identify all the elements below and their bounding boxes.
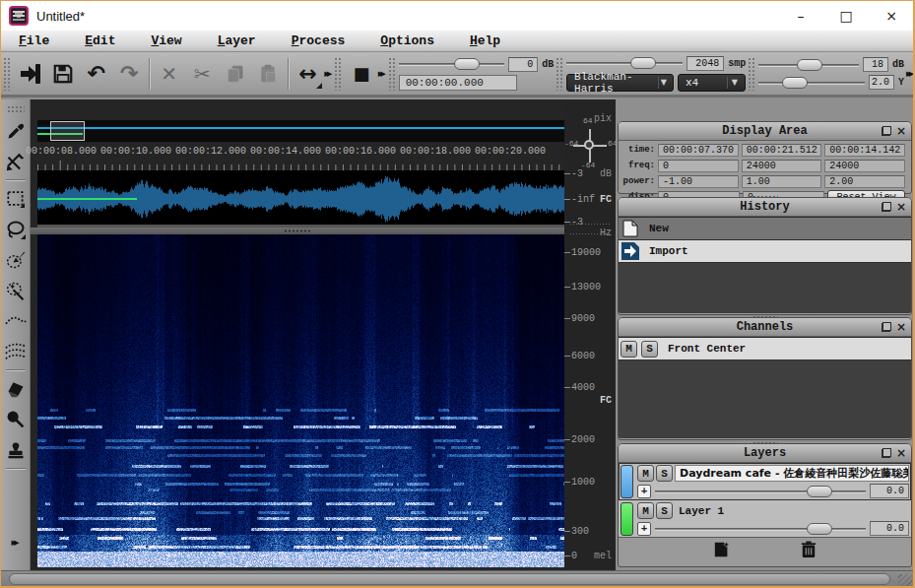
expand-layer-button[interactable]: + xyxy=(637,485,651,498)
undo-button[interactable]: ↶ xyxy=(80,57,113,91)
stamp-tool[interactable] xyxy=(3,434,29,465)
fft-size-slider[interactable] xyxy=(566,56,683,70)
mute-button[interactable]: M xyxy=(637,502,654,519)
overview-navigator[interactable] xyxy=(37,120,564,142)
menu-layer[interactable]: Layer xyxy=(200,31,274,51)
close-panel-icon[interactable]: × xyxy=(896,448,906,458)
eraser-tool[interactable] xyxy=(3,373,29,404)
mute-button[interactable]: M xyxy=(637,465,654,482)
expand-group-icon[interactable]: ▸▸ xyxy=(378,67,386,80)
freq-select-tool[interactable] xyxy=(3,305,29,336)
horizontal-scrollbar-thumb[interactable] xyxy=(9,573,890,585)
power-min-field[interactable]: -1.00 xyxy=(658,175,739,188)
move-select-tool[interactable] xyxy=(3,244,29,275)
eyedropper-tool[interactable] xyxy=(3,115,29,146)
time-end-field[interactable]: 00:00:21.512 xyxy=(742,144,822,157)
measure-tool[interactable] xyxy=(3,146,29,176)
toolbar-grip[interactable] xyxy=(388,57,397,91)
menu-edit[interactable]: Edit xyxy=(67,31,133,51)
lasso-select-tool[interactable] xyxy=(3,214,29,244)
solo-button[interactable]: S xyxy=(656,465,673,482)
layer-row-layer1[interactable]: M S Layer 1 + 0.0 xyxy=(619,500,911,538)
window-resize-grip[interactable] xyxy=(898,574,912,586)
menu-file[interactable]: File xyxy=(1,31,67,51)
rect-select-tool[interactable] xyxy=(3,183,29,214)
close-panel-icon[interactable]: × xyxy=(896,202,906,212)
channel-row-front-center[interactable]: M S Front Center xyxy=(619,338,911,360)
layer-name[interactable]: Daydream cafe - 佐倉綾音种田梨沙佐藤聡美内 xyxy=(675,465,909,482)
gamma-value[interactable]: 2.0 xyxy=(869,75,894,90)
timeline-ruler[interactable]: 00:00:08.000 00:00:10.000 00:00:12.000 0… xyxy=(37,143,564,160)
time-position-field[interactable]: 00:00:00.000 xyxy=(399,75,517,91)
layer-gain-value[interactable]: 0.0 xyxy=(870,484,909,498)
mute-button[interactable]: M xyxy=(621,341,637,358)
magic-wand-tool[interactable] xyxy=(3,275,29,305)
freq-end-field[interactable]: 24000 xyxy=(742,160,822,172)
layer-gain-slider[interactable] xyxy=(655,522,866,536)
toolbar-grip[interactable] xyxy=(556,57,564,91)
paste-button[interactable] xyxy=(251,57,285,91)
history-item-import[interactable]: Import xyxy=(619,240,911,263)
close-button[interactable]: × xyxy=(869,1,914,31)
minimize-button[interactable]: – xyxy=(778,1,823,31)
wave-spectro-splitter[interactable] xyxy=(31,228,564,234)
float-panel-icon[interactable] xyxy=(882,126,891,136)
oversample-select[interactable]: x4 ▼ xyxy=(678,74,746,92)
menu-view[interactable]: View xyxy=(133,31,199,51)
layer-name[interactable]: Layer 1 xyxy=(675,502,909,519)
toolbar-grip[interactable] xyxy=(3,57,12,91)
save-button[interactable] xyxy=(46,57,80,91)
copy-button[interactable] xyxy=(219,57,252,91)
delete-layer-button[interactable] xyxy=(801,541,817,563)
redo-button[interactable]: ↷ xyxy=(112,57,146,91)
stop-button[interactable]: ■ xyxy=(345,57,378,91)
menu-help[interactable]: Help xyxy=(452,31,518,51)
layer-gain-slider[interactable] xyxy=(655,485,866,498)
channels-header[interactable]: Channels × xyxy=(619,318,911,337)
more-tools-icon[interactable]: ▸▸ xyxy=(11,536,19,549)
solo-button[interactable]: S xyxy=(641,341,658,358)
history-header[interactable]: History × xyxy=(619,198,911,217)
solo-button[interactable]: S xyxy=(656,502,673,519)
time-span-field[interactable]: 00:00:14.142 xyxy=(824,144,905,157)
layers-header[interactable]: Layers × xyxy=(619,444,911,463)
menu-process[interactable]: Process xyxy=(274,31,363,51)
freq-start-field[interactable]: 0 xyxy=(658,160,739,172)
expand-group-icon[interactable]: ▸▸ xyxy=(324,67,332,80)
volume-value[interactable]: 0 xyxy=(508,57,538,72)
expand-toolbar-icon[interactable]: ▸▸ xyxy=(906,67,914,80)
power-gamma-field[interactable]: 2.00 xyxy=(824,175,905,188)
new-layer-button[interactable] xyxy=(713,541,731,563)
power-max-field[interactable]: 1.00 xyxy=(742,175,822,188)
volume-slider[interactable] xyxy=(399,57,505,71)
maximize-button[interactable]: □ xyxy=(823,1,869,31)
float-panel-icon[interactable] xyxy=(882,448,891,458)
transform-mode-button[interactable]: ↔ xyxy=(292,57,325,91)
freq-span-field[interactable]: 24000 xyxy=(824,160,905,172)
float-panel-icon[interactable] xyxy=(882,202,891,212)
close-panel-icon[interactable]: × xyxy=(896,126,906,136)
layer-row-daydream[interactable]: M S Daydream cafe - 佐倉綾音种田梨沙佐藤聡美内 + 0.0 xyxy=(619,463,911,500)
time-start-field[interactable]: 00:00:07.370 xyxy=(658,144,739,157)
expand-layer-button[interactable]: + xyxy=(637,522,651,536)
cut-button[interactable]: ✂ xyxy=(185,57,219,91)
pan-center-knob[interactable] xyxy=(584,140,594,150)
import-button[interactable] xyxy=(14,57,47,91)
layer-gain-value[interactable]: 0.0 xyxy=(870,521,909,536)
fft-size-value[interactable]: 2048 xyxy=(686,56,724,71)
history-item-new[interactable]: New xyxy=(619,218,911,240)
zoom-tool[interactable] xyxy=(3,404,29,434)
spectrogram-view[interactable] xyxy=(37,234,564,567)
gain-value[interactable]: 18 xyxy=(863,57,888,72)
close-panel-icon[interactable]: × xyxy=(896,322,906,332)
delete-button[interactable]: ✕ xyxy=(153,57,186,91)
toolbar-grip[interactable] xyxy=(334,57,343,91)
display-area-header[interactable]: Display Area × xyxy=(619,122,911,141)
harmonics-select-tool[interactable] xyxy=(3,336,29,366)
window-function-select[interactable]: Blackman-Harris ▼ xyxy=(566,74,674,92)
layer-color-strip[interactable] xyxy=(621,465,633,498)
layer-color-strip[interactable] xyxy=(621,502,633,536)
waveform-view[interactable] xyxy=(37,170,564,228)
gamma-slider[interactable] xyxy=(758,76,865,90)
float-panel-icon[interactable] xyxy=(882,322,891,332)
